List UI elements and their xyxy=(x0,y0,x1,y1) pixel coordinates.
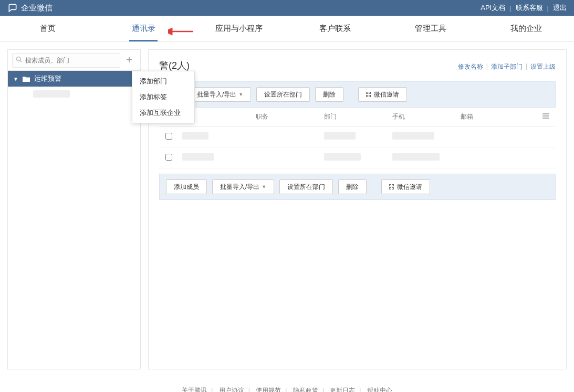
more-columns-icon[interactable] xyxy=(534,112,549,121)
col-job-header: 职务 xyxy=(256,112,324,121)
caret-down-icon: ▼ xyxy=(13,76,18,82)
toolbar-bottom: 添加成员 批量导入/导出 ▼ 设置所在部门 删除 微信邀请 xyxy=(159,174,556,200)
col-dept-header: 部门 xyxy=(324,112,392,121)
redacted-content xyxy=(182,153,214,161)
delete-button[interactable]: 删除 xyxy=(315,87,343,102)
folder-icon xyxy=(23,76,30,82)
wechat-invite-button[interactable]: 微信邀请 xyxy=(358,87,407,102)
api-docs-link[interactable]: API文档 xyxy=(481,3,505,13)
redacted-content xyxy=(324,132,356,140)
svg-rect-5 xyxy=(542,118,549,119)
separator: | xyxy=(509,4,511,12)
search-row: + xyxy=(8,50,140,71)
redacted-content xyxy=(182,132,208,140)
add-button[interactable]: + xyxy=(122,54,136,67)
delete-button[interactable]: 删除 xyxy=(338,179,367,194)
toolbar-top: 员 批量导入/导出 ▼ 设置所在部门 删除 微信邀请 xyxy=(159,81,556,108)
nav-home[interactable]: 首页 xyxy=(0,16,96,41)
svg-rect-4 xyxy=(542,115,549,116)
rename-link[interactable]: 修改名称 xyxy=(458,62,483,71)
department-actions: 修改名称| 添加子部门| 设置上级 xyxy=(458,62,556,71)
dropdown-add-tag[interactable]: 添加标签 xyxy=(132,89,194,105)
footer-terms[interactable]: 使用规范 xyxy=(256,387,281,392)
search-input-wrap[interactable] xyxy=(12,53,120,68)
contact-support-link[interactable]: 联系客服 xyxy=(516,3,543,13)
table-row[interactable] xyxy=(159,147,556,168)
content-panel: 警(2人) 修改名称| 添加子部门| 设置上级 员 批量导入/导出 ▼ 设置所在… xyxy=(148,49,567,369)
redacted-content xyxy=(392,132,434,140)
row-checkbox[interactable] xyxy=(165,154,172,161)
nav-contacts[interactable]: 通讯录 xyxy=(96,16,191,41)
set-department-button[interactable]: 设置所在部门 xyxy=(256,87,310,102)
separator: | xyxy=(547,4,549,12)
footer-privacy[interactable]: 隐私政策 xyxy=(293,387,318,392)
add-dropdown: 添加部门 添加标签 添加互联企业 xyxy=(132,71,195,123)
svg-rect-3 xyxy=(542,113,549,114)
page-footer: 关于腾讯| 用户协议| 使用规范| 隐私政策| 更新日志| 帮助中心 © 199… xyxy=(0,377,574,392)
main-area: + 添加部门 添加标签 添加互联企业 ▼ 运维预警 警(2人) 修改名称| xyxy=(0,42,574,377)
col-mail-header: 邮箱 xyxy=(461,112,534,121)
table-header: 姓名 职务 部门 手机 邮箱 xyxy=(159,108,556,126)
top-bar-links: API文档 | 联系客服 | 退出 xyxy=(481,3,567,13)
add-member-button[interactable]: 添加成员 xyxy=(166,179,207,194)
brand-logo: 企业微信 xyxy=(7,3,53,13)
redacted-content xyxy=(324,153,361,161)
qrcode-icon xyxy=(366,92,372,98)
footer-agreement[interactable]: 用户协议 xyxy=(219,387,244,392)
nav-mycompany[interactable]: 我的企业 xyxy=(478,16,574,41)
brand-text: 企业微信 xyxy=(21,3,53,13)
caret-down-icon: ▼ xyxy=(262,184,266,189)
nav-tools[interactable]: 管理工具 xyxy=(383,16,478,41)
set-superior-link[interactable]: 设置上级 xyxy=(530,62,556,71)
logout-link[interactable]: 退出 xyxy=(553,3,567,13)
add-subdept-link[interactable]: 添加子部门 xyxy=(491,62,523,71)
set-department-button[interactable]: 设置所在部门 xyxy=(279,179,333,194)
footer-about[interactable]: 关于腾讯 xyxy=(182,387,207,392)
org-sidebar: + 添加部门 添加标签 添加互联企业 ▼ 运维预警 xyxy=(7,49,141,369)
search-input[interactable] xyxy=(25,57,117,64)
table-row[interactable] xyxy=(159,126,556,147)
svg-point-0 xyxy=(17,57,21,61)
tree-child-node[interactable] xyxy=(8,87,140,101)
department-header: 警(2人) 修改名称| 添加子部门| 设置上级 xyxy=(159,59,556,72)
chat-bubble-icon xyxy=(7,3,18,13)
footer-changelog[interactable]: 更新日志 xyxy=(330,387,355,392)
tree-root-node[interactable]: ▼ 运维预警 xyxy=(8,71,140,87)
nav-customer[interactable]: 客户联系 xyxy=(287,16,383,41)
tree-root-label: 运维预警 xyxy=(34,74,61,83)
dropdown-add-department[interactable]: 添加部门 xyxy=(132,73,194,89)
row-checkbox[interactable] xyxy=(165,133,172,140)
footer-help[interactable]: 帮助中心 xyxy=(367,387,392,392)
dropdown-add-partner[interactable]: 添加互联企业 xyxy=(132,105,194,121)
top-bar: 企业微信 API文档 | 联系客服 | 退出 xyxy=(0,0,574,16)
bulk-import-export-button[interactable]: 批量导入/导出 ▼ xyxy=(212,179,274,194)
redacted-content xyxy=(33,90,70,98)
redacted-content xyxy=(392,153,440,161)
caret-down-icon: ▼ xyxy=(238,92,243,97)
svg-line-1 xyxy=(20,60,22,62)
main-nav: 首页 通讯录 应用与小程序 客户联系 管理工具 我的企业 xyxy=(0,16,574,42)
qrcode-icon xyxy=(389,184,395,190)
wechat-invite-button[interactable]: 微信邀请 xyxy=(381,179,430,194)
search-icon xyxy=(16,56,22,64)
nav-apps[interactable]: 应用与小程序 xyxy=(191,16,287,41)
bulk-import-export-button[interactable]: 批量导入/导出 ▼ xyxy=(189,87,251,102)
col-phone-header: 手机 xyxy=(392,112,461,121)
department-title: 警(2人) xyxy=(159,59,190,72)
